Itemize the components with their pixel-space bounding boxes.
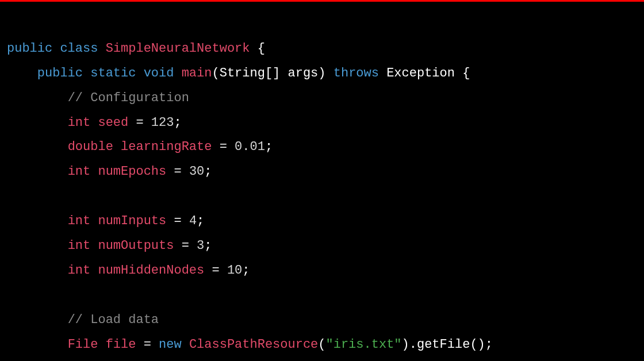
semicolon: ; xyxy=(242,263,250,278)
keyword-static: static xyxy=(90,66,136,80)
indent xyxy=(7,66,37,80)
literal-0.01: 0.01 xyxy=(235,140,265,154)
code-line-1: public class SimpleNeuralNetwork { xyxy=(7,41,265,56)
indent xyxy=(7,214,68,228)
code-line-2: public static void main(String[] args) t… xyxy=(7,66,470,80)
type-File: File xyxy=(68,337,98,352)
indent xyxy=(7,263,68,278)
literal-123: 123 xyxy=(151,116,174,130)
code-block: public class SimpleNeuralNetwork { publi… xyxy=(7,12,637,357)
indent xyxy=(7,116,68,130)
dot: . xyxy=(409,337,417,352)
indent xyxy=(7,91,68,105)
keyword-throws: throws xyxy=(334,66,379,80)
equals: = xyxy=(174,239,197,253)
type-int: int xyxy=(68,164,91,179)
var-seed: seed xyxy=(98,116,128,130)
type-int: int xyxy=(68,116,91,130)
keyword-void: void xyxy=(144,66,174,80)
var-numEpochs: numEpochs xyxy=(98,164,166,179)
keyword-public: public xyxy=(37,66,83,80)
type-int: int xyxy=(68,239,91,253)
var-numOutputs: numOutputs xyxy=(98,239,174,253)
function-main: main xyxy=(182,66,212,80)
keyword-class: class xyxy=(60,41,98,56)
equals: = xyxy=(136,337,159,352)
call-parens: (); xyxy=(470,337,493,352)
equals: = xyxy=(128,116,151,130)
indent xyxy=(7,239,68,253)
semicolon: ; xyxy=(197,214,204,228)
method-getFile: getFile xyxy=(417,337,470,352)
literal-30: 30 xyxy=(189,164,204,179)
keyword-new: new xyxy=(159,337,182,352)
brace-open: { xyxy=(250,41,264,56)
var-numInputs: numInputs xyxy=(98,214,166,228)
var-file: file xyxy=(106,337,136,352)
literal-3: 3 xyxy=(197,239,204,253)
code-line-6: int numEpochs = 30; xyxy=(7,164,212,179)
class-name: SimpleNeuralNetwork xyxy=(106,41,250,56)
code-line-3: // Configuration xyxy=(7,91,189,105)
exception-type: Exception xyxy=(386,66,455,80)
code-line-8: int numOutputs = 3; xyxy=(7,239,212,253)
indent xyxy=(7,313,68,327)
equals: = xyxy=(212,140,235,154)
literal-4: 4 xyxy=(189,214,197,228)
brace-open: { xyxy=(455,66,470,80)
params: (String[] args) xyxy=(212,66,325,80)
type-int: int xyxy=(68,263,91,278)
semicolon: ; xyxy=(265,140,273,154)
indent xyxy=(7,337,68,352)
semicolon: ; xyxy=(174,116,181,130)
code-line-9: int numHiddenNodes = 10; xyxy=(7,263,250,278)
code-line-11: File file = new ClassPathResource("iris.… xyxy=(7,337,493,352)
indent xyxy=(7,140,68,154)
paren-open: ( xyxy=(318,337,325,352)
semicolon: ; xyxy=(204,164,212,179)
code-line-5: double learningRate = 0.01; xyxy=(7,140,273,154)
var-numHiddenNodes: numHiddenNodes xyxy=(98,263,204,278)
var-learningRate: learningRate xyxy=(121,140,212,154)
code-line-4: int seed = 123; xyxy=(7,116,182,130)
paren-close: ) xyxy=(402,337,409,352)
equals: = xyxy=(204,263,227,278)
code-line-7: int numInputs = 4; xyxy=(7,214,204,228)
equals: = xyxy=(166,164,189,179)
equals: = xyxy=(166,214,189,228)
indent xyxy=(7,164,68,179)
type-int: int xyxy=(68,214,91,228)
type-double: double xyxy=(68,140,113,154)
ctor-ClassPathResource: ClassPathResource xyxy=(189,337,318,352)
comment-load-data: // Load data xyxy=(68,313,159,327)
literal-10: 10 xyxy=(227,263,242,278)
code-line-10: // Load data xyxy=(7,313,159,327)
semicolon: ; xyxy=(204,239,212,253)
keyword-public: public xyxy=(7,41,52,56)
string-iris: "iris.txt" xyxy=(326,337,402,352)
comment-configuration: // Configuration xyxy=(68,91,189,105)
